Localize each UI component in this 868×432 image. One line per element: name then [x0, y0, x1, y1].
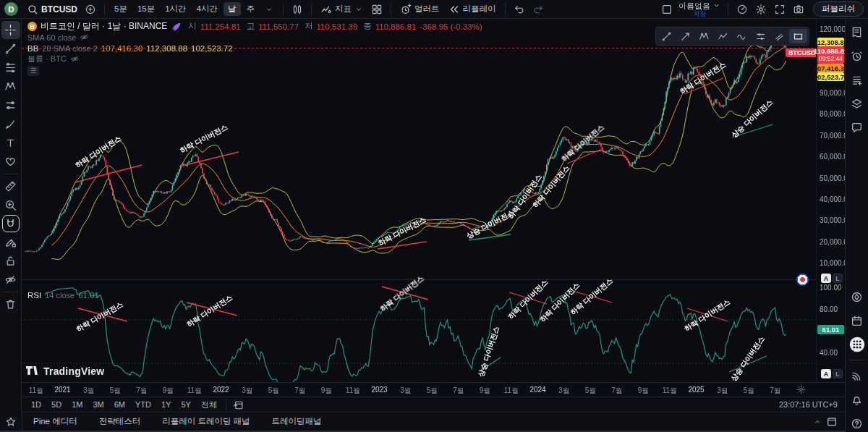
- chart-area[interactable]: B 비트코인 / 달러 · 1날 · BINANCE 시111,254.81 고…: [22, 19, 816, 382]
- redo-button[interactable]: [529, 1, 547, 17]
- layout-square-button[interactable]: [658, 1, 676, 17]
- notifications-icon[interactable]: [848, 391, 866, 408]
- legend-more-button[interactable]: ☰: [27, 66, 39, 76]
- snapshot-button[interactable]: [790, 1, 807, 17]
- window-restore-button[interactable]: [826, 416, 838, 428]
- lock-drawings-tool-icon[interactable]: [1, 252, 20, 270]
- close-label: 종: [363, 21, 372, 32]
- eye-off-icon[interactable]: [70, 54, 80, 64]
- interval-button-주[interactable]: 주: [242, 2, 260, 16]
- fav-horizontal-line-icon[interactable]: [752, 29, 770, 43]
- trend-line-tool-icon[interactable]: [1, 40, 20, 58]
- flag-roundel-icon[interactable]: [796, 274, 809, 286]
- forecast-tool-icon[interactable]: [1, 96, 20, 114]
- bottom-tab-리플레이-트레이딩-패널[interactable]: 리플레이 트레이딩 패널: [151, 412, 260, 431]
- interval-button-1시간[interactable]: 1시간: [161, 2, 190, 16]
- rsi-legend-row[interactable]: RSI 14 close 61.01: [27, 289, 99, 300]
- time-axis-settings-icon[interactable]: [796, 385, 806, 394]
- measure-tool-icon[interactable]: [1, 177, 20, 195]
- range-button-YTD[interactable]: YTD: [130, 399, 156, 410]
- replay-button[interactable]: 리플레이: [445, 1, 500, 17]
- magnet-tool-icon[interactable]: [2, 215, 20, 232]
- text-tool-icon[interactable]: [1, 134, 20, 152]
- layout-name-button[interactable]: 이름없음 저장: [677, 1, 723, 17]
- interval-dropdown-button[interactable]: [260, 1, 278, 17]
- range-button-1Y[interactable]: 1Y: [156, 399, 176, 410]
- clock-label[interactable]: 23:07:16 UTC+9: [779, 400, 838, 409]
- log-scale-button[interactable]: L: [833, 369, 843, 378]
- interval-button-15분[interactable]: 15분: [133, 2, 159, 16]
- compare-symbol-button[interactable]: [82, 1, 99, 17]
- bottom-tab-전략테스터[interactable]: 전략테스터: [88, 412, 152, 431]
- range-button-5D[interactable]: 5D: [46, 399, 67, 410]
- fav-rectangle-icon[interactable]: [789, 29, 807, 43]
- alert-button[interactable]: 얼러트: [396, 1, 443, 17]
- stay-in-drawing-mode-tool-icon[interactable]: [1, 233, 20, 251]
- bb-legend-row[interactable]: BB 20 SMA close 2 107,416.30 112,308.88 …: [27, 43, 482, 54]
- interval-button-날[interactable]: 날: [224, 2, 241, 16]
- emoji-tool-icon[interactable]: [1, 153, 20, 171]
- range-button-6M[interactable]: 6M: [109, 399, 130, 410]
- interval-button-5분[interactable]: 5분: [110, 2, 132, 16]
- log-scale-button[interactable]: L: [833, 274, 843, 283]
- help-button-icon[interactable]: [848, 415, 866, 432]
- auto-scale-button[interactable]: A: [821, 274, 831, 283]
- fav-wave-icon[interactable]: [733, 29, 751, 43]
- divider: [505, 4, 506, 15]
- save-link[interactable]: 저장: [694, 10, 706, 17]
- hide-drawings-tool-icon[interactable]: [1, 271, 20, 289]
- undo-button[interactable]: [511, 1, 528, 17]
- streams-panel-icon[interactable]: [848, 367, 866, 384]
- settings-button[interactable]: [752, 1, 770, 17]
- symbol-legend-row[interactable]: B 비트코인 / 달러 · 1날 · BINANCE 시111,254.81 고…: [27, 21, 482, 32]
- eye-off-icon[interactable]: [80, 33, 89, 42]
- chevron-down-icon: [712, 1, 721, 10]
- symbol-search-button[interactable]: BTCUSD: [24, 4, 80, 15]
- tradingview-logo[interactable]: TradingView: [25, 364, 104, 378]
- layout-grid-button[interactable]: [368, 1, 386, 17]
- user-avatar[interactable]: D: [4, 2, 18, 16]
- calendar-panel-icon[interactable]: [848, 312, 866, 329]
- chart-style-button[interactable]: [289, 1, 306, 17]
- publish-button[interactable]: 퍼블리쉬: [813, 1, 864, 17]
- watchlist-panel-icon[interactable]: [848, 23, 866, 41]
- sma-legend-row[interactable]: SMA 60 close: [27, 32, 482, 43]
- alerts-panel-icon[interactable]: [848, 47, 866, 64]
- xabcd-pattern-tool-icon[interactable]: [1, 77, 20, 96]
- goto-date-button[interactable]: [230, 397, 247, 412]
- fib-retracement-tool-icon[interactable]: [1, 59, 20, 77]
- range-button-전체[interactable]: 전체: [196, 399, 222, 411]
- ideas-panel-icon[interactable]: [848, 288, 866, 305]
- interval-button-4시간[interactable]: 4시간: [192, 2, 222, 16]
- chat-panel-icon[interactable]: [848, 119, 866, 136]
- fav-trend-line-icon[interactable]: [658, 29, 676, 43]
- brush-tool-icon[interactable]: [1, 115, 20, 133]
- quick-search-button[interactable]: [733, 1, 751, 17]
- favorites-star-button[interactable]: [0, 412, 22, 431]
- collapse-panel-button[interactable]: [813, 418, 822, 426]
- volume-legend-row[interactable]: 볼륨 · BTC: [27, 54, 482, 64]
- tradingview-logo-icon: [25, 364, 39, 378]
- fav-zigzag-icon[interactable]: [714, 29, 732, 43]
- object-tree-panel-icon[interactable]: [848, 95, 866, 112]
- news-panel-icon[interactable]: [848, 71, 866, 88]
- indicators-button[interactable]: 지표: [317, 1, 367, 17]
- time-axis[interactable]: 11월20213월5월7월9월11월20223월5월7월9월11월20233월5…: [22, 382, 845, 397]
- community-apps-icon[interactable]: [848, 336, 866, 353]
- fav-pattern-icon[interactable]: [695, 29, 713, 43]
- fav-parallel-channel-icon[interactable]: [770, 29, 788, 43]
- price-axis[interactable]: 120,000.0090,000.0080,000.0070,000.0060,…: [816, 19, 845, 382]
- bottom-tab-Pine-에디터[interactable]: Pine 에디터: [22, 412, 88, 431]
- fullscreen-button[interactable]: [771, 1, 788, 17]
- bottom-tab-트레이딩패널[interactable]: 트레이딩패널: [261, 412, 333, 431]
- fav-arrow-icon[interactable]: [676, 29, 694, 43]
- zoom-in-tool-icon[interactable]: [1, 196, 20, 214]
- range-button-1M[interactable]: 1M: [67, 399, 88, 410]
- remove-objects-tool-icon[interactable]: [1, 295, 20, 313]
- time-tick: 2021: [54, 386, 70, 394]
- range-button-3M[interactable]: 3M: [88, 399, 109, 410]
- range-button-1D[interactable]: 1D: [26, 399, 46, 410]
- range-button-5Y[interactable]: 5Y: [176, 399, 195, 410]
- auto-scale-button[interactable]: A: [821, 369, 831, 378]
- crosshair-tool-icon[interactable]: [1, 21, 20, 39]
